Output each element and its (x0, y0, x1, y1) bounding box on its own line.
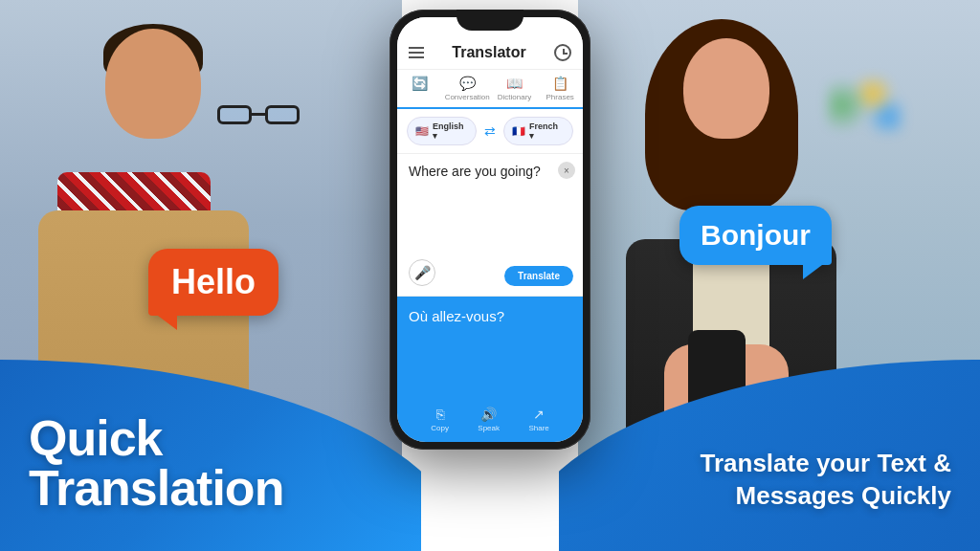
share-icon: ↗ (533, 407, 545, 422)
tab-bar: 🔄 💬 Conversation 📖 Dictionary 📋 Phrases (397, 70, 583, 109)
copy-button[interactable]: ⎘ Copy (431, 407, 449, 432)
app-screen: Hello Bonjour QuickTranslation Translate… (0, 0, 980, 551)
man-head (105, 29, 201, 139)
tab-conversation[interactable]: 💬 Conversation (443, 70, 492, 107)
phone-screen: Translator 🔄 💬 Conversation 📖 Dictionary (397, 17, 583, 442)
speak-icon: 🔊 (480, 407, 497, 422)
swap-languages-button[interactable]: ⇄ (480, 123, 500, 139)
tab-phrases-icon: 📋 (552, 76, 568, 91)
tab-translate[interactable]: 🔄 (397, 70, 443, 109)
output-area: Où allez-vous? ⎘ Copy 🔊 Speak ↗ Share (397, 297, 583, 442)
language-selector: 🇺🇸 English ▾ ⇄ 🇫🇷 French ▾ (397, 109, 583, 154)
target-language-button[interactable]: 🇫🇷 French ▾ (503, 117, 573, 145)
target-lang-label: French ▾ (529, 121, 565, 141)
input-text-display: Where are you going? (409, 164, 571, 179)
phone-mockup: Translator 🔄 💬 Conversation 📖 Dictionary (390, 10, 590, 545)
translate-messages-text: Translate your Text &Messages Quickly (701, 448, 952, 513)
glasses-right-lens (265, 105, 300, 124)
speak-label: Speak (478, 424, 500, 432)
translate-button[interactable]: Translate (504, 266, 573, 286)
tab-conversation-icon: 💬 (459, 76, 476, 91)
translate-messages-label: Translate your Text &Messages Quickly (701, 448, 952, 513)
output-text-display: Où allez-vous? (409, 308, 571, 324)
tab-phrases[interactable]: 📋 Phrases (537, 70, 583, 107)
quick-translation-label: QuickTranslation (29, 413, 283, 513)
man-glasses (217, 105, 300, 126)
history-icon[interactable] (554, 44, 571, 61)
tab-phrases-label: Phrases (546, 93, 574, 101)
tab-dictionary-icon: 📖 (506, 76, 523, 91)
tab-translate-icon: 🔄 (412, 76, 428, 91)
glasses-left-lens (217, 105, 252, 124)
bonjour-bubble: Bonjour (679, 206, 832, 265)
phone-notch (457, 10, 523, 31)
source-flag: 🇺🇸 (415, 125, 429, 138)
source-language-button[interactable]: 🇺🇸 English ▾ (407, 117, 477, 145)
microphone-button[interactable]: 🎤 (409, 259, 435, 286)
copy-label: Copy (431, 424, 449, 432)
tab-dictionary[interactable]: 📖 Dictionary (492, 70, 538, 107)
copy-icon: ⎘ (436, 407, 444, 422)
decorative-dots (827, 77, 903, 134)
phone-body: Translator 🔄 💬 Conversation 📖 Dictionary (390, 10, 590, 450)
target-flag: 🇫🇷 (512, 125, 525, 138)
speak-button[interactable]: 🔊 Speak (478, 407, 500, 432)
menu-icon[interactable] (409, 47, 424, 58)
input-area: Where are you going? × 🎤 Translate (397, 154, 583, 297)
output-actions-bar: ⎘ Copy 🔊 Speak ↗ Share (397, 407, 583, 432)
source-lang-label: English ▾ (433, 121, 468, 141)
app-title: Translator (452, 44, 525, 61)
glasses-bridge (252, 113, 265, 116)
tab-conversation-label: Conversation (445, 93, 490, 101)
woman-face (683, 38, 769, 139)
tab-dictionary-label: Dictionary (498, 93, 532, 101)
quick-translation-text: QuickTranslation (29, 413, 283, 513)
share-label: Share (528, 424, 548, 432)
share-button[interactable]: ↗ Share (528, 407, 548, 432)
hello-bubble: Hello (148, 249, 278, 316)
clear-input-button[interactable]: × (558, 162, 575, 179)
